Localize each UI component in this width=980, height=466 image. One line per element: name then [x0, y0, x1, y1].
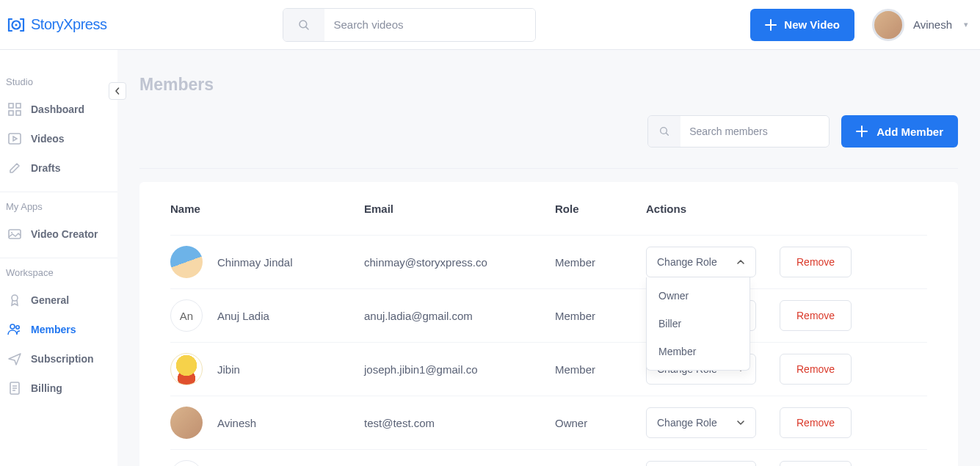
header-right: New Video Avinesh ▾	[750, 9, 968, 41]
sidebar-section-label: Workspace	[0, 267, 117, 278]
sidebar-item-label: Drafts	[31, 162, 60, 174]
doc-icon	[7, 381, 22, 396]
svg-point-12	[11, 232, 12, 233]
member-name: Chinmay Jindal	[217, 256, 293, 269]
role-option-member[interactable]: Member	[647, 338, 749, 365]
column-email: Email	[364, 203, 555, 215]
svg-point-13	[12, 295, 18, 301]
sidebar-item-label: Members	[31, 324, 76, 335]
change-role-select[interactable]: Change Role	[646, 407, 756, 438]
sidebar-item-dashboard[interactable]: Dashboard	[0, 95, 117, 124]
name-cell: Avinesh	[170, 407, 364, 439]
sidebar-item-label: Billing	[31, 382, 62, 394]
column-name: Name	[170, 203, 364, 215]
actions-cell: Change RoleRemoveOwnerBillerMember	[646, 247, 927, 277]
members-table: Name Email Role Actions Chinmay Jindalch…	[139, 182, 958, 466]
search-videos[interactable]	[283, 8, 536, 42]
brand-logo[interactable]: StoryXpress	[6, 15, 106, 35]
svg-point-15	[16, 326, 19, 329]
play-icon	[7, 131, 22, 146]
sidebar-item-videos[interactable]: Videos	[0, 124, 117, 153]
svg-point-1	[15, 23, 17, 26]
chevron-down-icon: ▾	[964, 20, 968, 29]
avatar: As	[170, 460, 203, 466]
sidebar-item-label: General	[31, 294, 69, 306]
svg-rect-6	[9, 103, 13, 108]
new-video-label: New Video	[784, 18, 840, 31]
table-row: Chinmay Jindalchinmay@storyxpress.coMemb…	[170, 235, 927, 288]
sidebar-item-label: Videos	[31, 133, 65, 145]
table-header: Name Email Role Actions	[170, 182, 927, 235]
new-video-button[interactable]: New Video	[750, 9, 854, 41]
change-role-select[interactable]: Change Role	[646, 461, 756, 466]
table-row: Asasdadasdad@dsfs.qertMemberChange RoleR…	[170, 449, 927, 466]
brand-name: StoryXpress	[31, 16, 106, 33]
page-title: Members	[139, 75, 958, 95]
remove-button[interactable]: Remove	[780, 407, 852, 438]
edit-icon	[7, 161, 22, 175]
search-videos-input[interactable]	[324, 9, 535, 41]
sidebar-item-label: Subscription	[31, 353, 94, 365]
user-menu[interactable]: Avinesh ▾	[872, 9, 968, 41]
actions-cell: Change RoleRemove	[646, 461, 927, 466]
remove-button[interactable]: Remove	[780, 300, 852, 331]
avatar	[170, 246, 203, 278]
remove-button[interactable]: Remove	[780, 461, 852, 466]
sidebar-collapse-button[interactable]	[109, 82, 126, 100]
table-row: Jibinjoseph.jibin1@gmail.coMemberChange …	[170, 342, 927, 396]
svg-rect-9	[16, 111, 21, 115]
user-name: Avinesh	[913, 18, 952, 31]
remove-button[interactable]: Remove	[780, 354, 852, 385]
name-cell: Chinmay Jindal	[170, 246, 364, 278]
avatar	[170, 407, 203, 439]
role-option-owner[interactable]: Owner	[647, 282, 749, 310]
search-members-input[interactable]	[680, 116, 829, 147]
add-member-button[interactable]: Add Member	[841, 115, 958, 148]
brand-icon	[6, 15, 26, 35]
role-option-biller[interactable]: Biller	[647, 310, 749, 338]
avatar: An	[170, 299, 203, 332]
sidebar-item-label: Video Creator	[31, 228, 98, 240]
remove-button[interactable]: Remove	[780, 247, 852, 277]
sidebar-item-subscription[interactable]: Subscription	[0, 344, 117, 374]
plus-icon	[856, 125, 868, 137]
sidebar-section-label: Studio	[0, 76, 117, 87]
member-name: Avinesh	[217, 417, 256, 429]
table-row: AnAnuj Ladiaanuj.ladia@gmail.comMemberCh…	[170, 288, 927, 342]
plus-icon	[765, 19, 777, 31]
sidebar-item-general[interactable]: General	[0, 285, 117, 315]
people-icon	[7, 322, 22, 337]
chevron-up-icon	[736, 258, 745, 266]
change-role-select[interactable]: Change Role	[646, 247, 756, 277]
sidebar-item-label: Dashboard	[31, 103, 84, 115]
member-role: Member	[555, 256, 646, 269]
sidebar-item-members[interactable]: Members	[0, 315, 117, 344]
sidebar-item-drafts[interactable]: Drafts	[0, 153, 117, 183]
name-cell: AnAnuj Ladia	[170, 299, 364, 332]
plane-icon	[7, 352, 22, 366]
page-actions: Add Member	[139, 115, 958, 169]
avatar	[872, 9, 904, 41]
grid-icon	[7, 102, 22, 117]
name-cell: Asasdad	[170, 460, 364, 466]
member-email: test@test.com	[364, 417, 555, 429]
search-members[interactable]	[647, 115, 830, 148]
role-dropdown: OwnerBillerMember	[646, 277, 750, 371]
svg-line-3	[306, 26, 308, 29]
thumb-icon	[7, 227, 22, 241]
member-email: anuj.ladia@gmail.com	[364, 310, 555, 322]
member-role: Member	[555, 363, 646, 376]
svg-rect-8	[9, 111, 13, 115]
svg-rect-10	[9, 134, 21, 144]
main-content: Members Add Member Name Email Role Actio…	[117, 50, 980, 466]
member-name: Jibin	[217, 363, 240, 376]
svg-line-21	[666, 133, 668, 135]
member-name: Anuj Ladia	[217, 310, 269, 322]
search-icon	[648, 116, 680, 147]
sidebar-section-label: My Apps	[0, 201, 117, 212]
sidebar: StudioDashboardVideosDraftsMy AppsVideo …	[0, 50, 117, 466]
sidebar-item-billing[interactable]: Billing	[0, 374, 117, 403]
change-role-label: Change Role	[657, 256, 717, 268]
member-role: Owner	[555, 417, 646, 429]
sidebar-item-video-creator[interactable]: Video Creator	[0, 219, 117, 249]
